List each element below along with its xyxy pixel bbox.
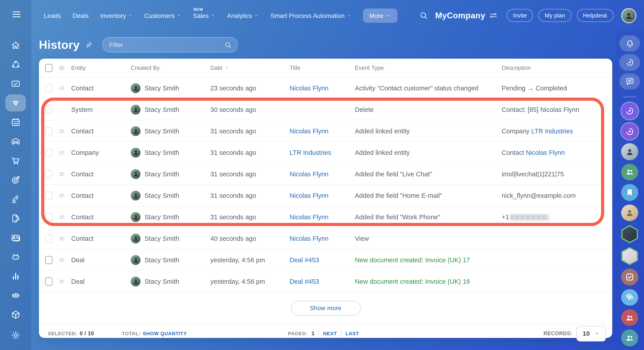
sidebar-item-network[interactable] (5, 56, 26, 73)
filter-search-icon[interactable] (224, 41, 232, 48)
title-link[interactable]: Deal #453 (290, 278, 319, 285)
right-rail-users-badge[interactable] (621, 309, 638, 326)
title-link[interactable]: Nicolas Flynn (290, 84, 328, 92)
row-menu-icon[interactable] (58, 256, 65, 264)
row-menu-icon[interactable] (58, 84, 65, 92)
cell-entity: Deal (71, 256, 131, 264)
right-rail-user-avatar[interactable] (621, 204, 638, 221)
right-rail-users-badge[interactable] (621, 164, 638, 180)
right-rail-bookmark-badge[interactable] (621, 184, 638, 201)
right-rail-copilot-badge[interactable] (621, 103, 638, 120)
sidebar-item-settings[interactable] (5, 327, 26, 344)
my-plan-button[interactable]: My plan (538, 9, 572, 22)
row-menu-icon[interactable] (58, 149, 65, 156)
sidebar-item-calendar[interactable] (5, 114, 26, 131)
sidebar-item-storage[interactable] (5, 133, 26, 150)
records-per-page-select[interactable]: 10 (576, 326, 606, 341)
right-rail-copilot-button[interactable] (620, 54, 640, 71)
nav-item-leads[interactable]: Leads (44, 12, 61, 19)
right-rail-check-square-badge[interactable] (621, 268, 638, 285)
row-checkbox[interactable] (45, 191, 52, 200)
nav-item-sales[interactable]: NEWSales (193, 12, 215, 19)
document-link[interactable]: New document created: Invoice (UK) 16 (355, 278, 470, 285)
row-menu-icon[interactable] (58, 278, 65, 285)
column-header-created-by[interactable]: Created By (131, 64, 210, 71)
title-link[interactable]: Nicolas Flynn (290, 213, 328, 220)
row-menu-icon[interactable] (58, 127, 65, 134)
more-menu-button[interactable]: More (363, 8, 398, 22)
title-link[interactable]: LTR Industries (290, 149, 331, 156)
nav-item-label: Customers (144, 12, 174, 19)
nav-item-smart-process-automation[interactable]: Smart Process Automation (270, 12, 352, 19)
show-quantity-link[interactable]: SHOW QUANTITY (143, 331, 187, 336)
pin-icon[interactable] (85, 41, 93, 48)
sidebar-item-analytics[interactable] (5, 268, 26, 285)
row-checkbox[interactable] (45, 234, 52, 242)
sidebar-item-robot[interactable] (5, 248, 26, 266)
nav-item-customers[interactable]: Customers (144, 12, 181, 19)
right-rail-chat-arrows-button[interactable] (620, 74, 640, 90)
sidebar-item-home[interactable] (5, 37, 26, 54)
title-link[interactable]: Nicolas Flynn (290, 170, 328, 178)
column-header-title[interactable]: Title (290, 64, 355, 71)
sidebar-item-cart[interactable] (5, 152, 26, 169)
description-link[interactable]: LTR Industries (531, 127, 573, 134)
main-menu-icon[interactable] (10, 8, 23, 21)
sliders-icon[interactable] (489, 11, 498, 20)
nav-item-deals[interactable]: Deals (72, 12, 88, 19)
right-rail-hexagon-avatar[interactable] (620, 246, 639, 266)
sidebar-item-target[interactable] (5, 172, 26, 188)
invite-button[interactable]: Invite (506, 9, 533, 22)
document-link[interactable]: New document created: Invoice (UK) 17 (355, 256, 470, 264)
row-checkbox[interactable] (45, 213, 52, 221)
description-link[interactable]: Nicolas Flynn (526, 149, 565, 156)
search-icon[interactable] (420, 11, 428, 20)
right-rail-user-avatar[interactable] (621, 144, 638, 160)
sidebar-item-video[interactable] (5, 287, 26, 304)
sidebar-item-market[interactable] (5, 306, 26, 323)
right-rail-copilot-badge[interactable] (621, 123, 638, 140)
title-link[interactable]: Nicolas Flynn (290, 192, 328, 199)
user-avatar[interactable] (621, 8, 636, 23)
show-more-button[interactable]: Show more (291, 300, 360, 315)
row-menu-icon[interactable] (58, 213, 65, 220)
sidebar-item-feed-active[interactable] (5, 94, 26, 112)
row-menu-icon[interactable] (58, 235, 65, 242)
row-checkbox[interactable] (45, 277, 52, 285)
title-link[interactable]: Nicolas Flynn (290, 127, 328, 134)
row-checkbox[interactable] (45, 256, 52, 264)
row-checkbox[interactable] (45, 84, 52, 92)
right-rail-hexagon-avatar[interactable] (620, 225, 639, 244)
right-rail-users-badge[interactable] (621, 330, 638, 346)
title-link[interactable]: Nicolas Flynn (290, 235, 328, 242)
row-checkbox[interactable] (45, 148, 52, 156)
row-checkbox[interactable] (45, 127, 52, 135)
right-rail-chat-bubbles-badge[interactable] (621, 289, 638, 306)
sidebar-item-documents[interactable] (5, 210, 26, 227)
sidebar-item-tasks[interactable] (5, 75, 26, 92)
filter-input[interactable] (103, 41, 224, 48)
nav-item-inventory[interactable]: Inventory (100, 12, 133, 19)
row-menu-icon[interactable] (58, 170, 65, 178)
column-header-event-type[interactable]: Event Type (355, 64, 502, 71)
helpdesk-button[interactable]: Helpdesk (577, 9, 614, 22)
sidebar-item-contact-card[interactable] (5, 229, 26, 246)
column-header-entity[interactable]: Entity (71, 64, 131, 71)
cell-event-type: View (355, 235, 502, 242)
row-menu-icon[interactable] (58, 192, 65, 199)
tasks-icon (11, 79, 20, 88)
sidebar-item-sign[interactable] (5, 191, 26, 208)
nav-item-analytics[interactable]: Analytics (227, 12, 259, 19)
select-all-checkbox[interactable] (45, 64, 52, 72)
last-page-link[interactable]: LAST (346, 331, 359, 336)
users-icon (625, 333, 634, 343)
next-page-link[interactable]: NEXT (323, 331, 337, 336)
right-rail-bell-button[interactable] (620, 35, 640, 52)
grid-settings-gear-icon[interactable] (58, 64, 65, 72)
column-header-date[interactable]: Date (210, 64, 290, 71)
column-header-description[interactable]: Description (502, 64, 612, 71)
company-name[interactable]: MyCompany (435, 10, 485, 20)
title-link[interactable]: Deal #453 (290, 256, 319, 264)
row-checkbox[interactable] (45, 106, 52, 114)
row-checkbox[interactable] (45, 170, 52, 178)
